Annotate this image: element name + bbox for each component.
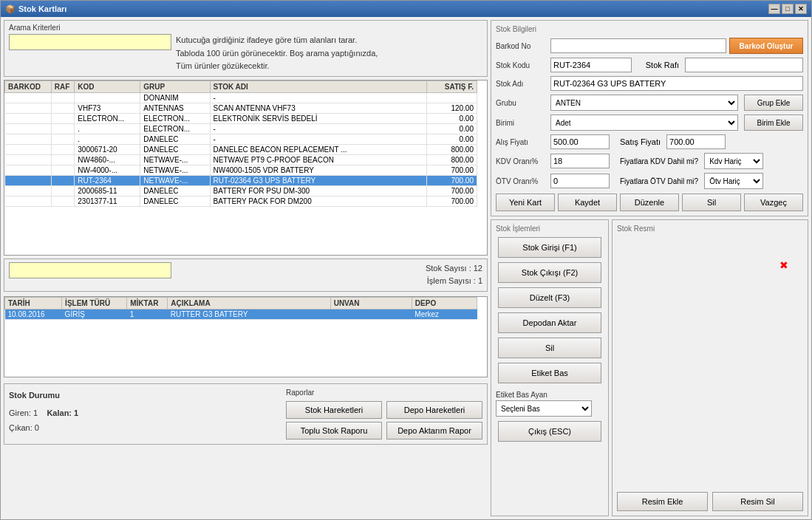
yeni-kart-button[interactable]: Yeni Kart	[496, 194, 555, 211]
grubu-label: Grubu	[496, 99, 547, 107]
kaydet-button[interactable]: Kaydet	[558, 194, 617, 211]
fiyatlara-otv-label: Fiyatlara ÖTV Dahil mi?	[620, 177, 698, 185]
table-row[interactable]: VHF73ANTENNASSCAN ANTENNA VHF73120.00	[5, 103, 477, 113]
resim-sil-button[interactable]: Resim Sil	[712, 492, 803, 511]
resim-ekle-button[interactable]: Resim Ekle	[617, 492, 708, 511]
stok-bilgileri-title: Stok Bilgileri	[496, 25, 803, 33]
col-satis: SATIŞ F.	[426, 81, 477, 92]
maximize-button[interactable]: □	[782, 4, 794, 14]
stok-sayisi-label: Stok Sayısı :	[426, 264, 471, 273]
cikan-label: Çıkan:	[9, 423, 33, 432]
sil-button[interactable]: Sil	[682, 194, 741, 211]
stok-adi-row: Stok Adı	[496, 76, 803, 91]
kalan-value: 1	[74, 408, 78, 417]
lower-col-miktar: MİKTAR	[127, 297, 168, 309]
fiyatlara-kdv-label: Fiyatlara KDV Dahil mi?	[620, 157, 698, 165]
main-window: 📦 Stok Kartları — □ ✕ Arama Kriterleri K…	[0, 0, 812, 520]
bottom-status-area: Stok Durumu Giren: 1 Kalan: 1 Çıkan: 0 R…	[4, 383, 488, 445]
table-row[interactable]: .ELECTRON...-0.00	[5, 123, 477, 134]
stok-islemleri-panel: Stok İşlemleri Stok Girişi (F1) Stok Çık…	[491, 219, 609, 516]
kdv-row: KDV Oranı% Fiyatlara KDV Dahil mi? Kdv H…	[496, 153, 803, 169]
stok-resmi-title: Stok Resmi	[617, 225, 803, 233]
kdv-dahil-select[interactable]: Kdv Hariç	[704, 153, 763, 169]
islem-sil-button[interactable]: Sil	[498, 338, 601, 358]
barkod-row: Barkod No Barkod Oluştur	[496, 38, 803, 54]
stok-resmi-panel: Stok Resmi ✖ Resim Ekle Resim Sil	[612, 219, 808, 516]
main-table-container: BARKOD RAF KOD GRUP STOK ADI SATIŞ F. DO…	[4, 80, 488, 256]
satis-fiyati-input[interactable]	[666, 134, 726, 149]
cikis-button[interactable]: Çıkış (ESC)	[498, 421, 601, 442]
title-bar: 📦 Stok Kartları — □ ✕	[1, 1, 811, 17]
barkod-no-input[interactable]	[550, 38, 726, 53]
stok-giris-button[interactable]: Stok Girişi (F1)	[498, 237, 601, 258]
birim-ekle-button[interactable]: Birim Ekle	[744, 114, 803, 131]
stok-rafi-input[interactable]	[685, 58, 803, 72]
main-table: BARKOD RAF KOD GRUP STOK ADI SATIŞ F. DO…	[4, 81, 477, 207]
alis-fiyati-input[interactable]	[550, 134, 610, 149]
window-icon: 📦	[5, 4, 16, 14]
lower-search-input[interactable]	[9, 262, 171, 278]
grup-ekle-button[interactable]: Grup Ekle	[744, 95, 803, 111]
stok-resmi-image-area: ✖	[617, 237, 803, 492]
table-row[interactable]: NW4860-...NETWAVE-...NETWAVE PT9 C-PROOF…	[5, 154, 477, 165]
search-panel-label: Arama Kriterleri	[9, 24, 482, 32]
stok-hareketleri-button[interactable]: Stok Hareketleri	[286, 401, 382, 419]
main-table-scroll[interactable]: BARKOD RAF KOD GRUP STOK ADI SATIŞ F. DO…	[4, 81, 487, 256]
lower-col-depo: DEPO	[412, 297, 477, 309]
otv-dahil-select[interactable]: Ötv Hariç	[704, 173, 763, 189]
report-row-1: Stok Hareketleri Depo Hareketleri	[286, 401, 482, 419]
cikan-value: 0	[35, 423, 39, 432]
vazgec-button[interactable]: Vazgeç	[744, 194, 803, 211]
birimi-label: Birimi	[496, 119, 547, 127]
toplu-stok-raporu-button[interactable]: Toplu Stok Raporu	[286, 422, 382, 439]
close-button[interactable]: ✕	[795, 4, 807, 14]
col-stok-adi: STOK ADI	[210, 81, 426, 92]
birimi-select[interactable]: Adet	[550, 114, 738, 131]
stok-bilgileri-panel: Stok Bilgileri Barkod No Barkod Oluştur …	[491, 20, 808, 216]
grubu-select[interactable]: ANTEN	[550, 95, 738, 111]
stok-durumu-box: Stok Durumu Giren: 1 Kalan: 1 Çıkan: 0	[9, 389, 78, 435]
table-row[interactable]: DONANIM-	[5, 92, 477, 103]
lower-table-scroll[interactable]: TARİH İŞLEM TÜRÜ MİKTAR AÇIKLAMA UNVAN D…	[4, 297, 487, 377]
stok-cikis-button[interactable]: Stok Çıkışı (F2)	[498, 262, 601, 283]
stok-kodu-input[interactable]	[550, 58, 632, 72]
stok-kodu-row: Stok Kodu Stok Rafı	[496, 58, 803, 72]
depo-hareketleri-button[interactable]: Depo Hareketleri	[386, 401, 482, 419]
duzenle-button[interactable]: Düzenle	[620, 194, 679, 211]
col-grup: GRUP	[140, 81, 210, 92]
lower-col-aciklama: AÇIKLAMA	[168, 297, 330, 309]
barkod-olustur-button[interactable]: Barkod Oluştur	[729, 38, 803, 54]
islem-sayisi-value: 1	[478, 276, 482, 285]
table-row[interactable]: 2000685-11DANELECBATTERY FOR PSU DM-3007…	[5, 185, 477, 196]
table-row[interactable]: .DANELEC-0.00	[5, 134, 477, 144]
reports-area: Raporlar Stok Hareketleri Depo Hareketle…	[286, 389, 482, 439]
birimi-row: Birimi Adet Birim Ekle	[496, 114, 803, 131]
otv-orani-input[interactable]	[550, 174, 610, 188]
lower-right-area: Stok İşlemleri Stok Girişi (F1) Stok Çık…	[491, 219, 808, 516]
etiket-select[interactable]: Seçleni Bas	[496, 400, 592, 417]
search-input[interactable]	[9, 34, 171, 50]
duzelt-button[interactable]: Düzelt (F3)	[498, 287, 601, 308]
table-row[interactable]: ELECTRON...ELECTRON...ELEKTRONİK SERVİS …	[5, 113, 477, 123]
minimize-button[interactable]: —	[768, 4, 780, 14]
grubu-row: Grubu ANTEN Grup Ekle	[496, 95, 803, 111]
etiket-bas-button[interactable]: Etiket Bas	[498, 363, 601, 383]
table-row[interactable]: 3000671-20DANELECDANELEC BEACON REPLACEM…	[5, 144, 477, 154]
resim-buttons-row: Resim Ekle Resim Sil	[617, 492, 803, 511]
alis-fiyati-label: Alış Fiyatı	[496, 138, 547, 146]
table-row[interactable]: NW-4000-...NETWAVE-...NW4000-1505 VDR BA…	[5, 165, 477, 175]
lower-col-islem: İŞLEM TÜRÜ	[62, 297, 127, 309]
depo-aktarim-rapor-button[interactable]: Depo Aktarım Rapor	[386, 422, 482, 439]
window-title: Stok Kartları	[18, 4, 767, 13]
kdv-orani-input[interactable]	[550, 154, 610, 168]
otv-row: ÖTV Oranı% Fiyatlara ÖTV Dahil mi? Ötv H…	[496, 173, 803, 189]
islem-sayisi-label: İşlem Sayısı :	[427, 276, 476, 285]
stok-adi-input[interactable]	[550, 76, 803, 91]
otv-orani-label: ÖTV Oranı%	[496, 177, 547, 185]
depodan-aktar-button[interactable]: Depodan Aktar	[498, 312, 601, 333]
kalan-label: Kalan:	[47, 408, 72, 417]
table-row[interactable]: 2301377-11DANELECBATTERY PACK FOR DM2007…	[5, 196, 477, 206]
kdv-orani-label: KDV Oranı%	[496, 157, 547, 165]
table-row[interactable]: RUT-2364NETWAVE-...RUT-02364 G3 UPS BATT…	[5, 175, 477, 185]
lower-table-row[interactable]: 10.08.2016GİRİŞ1RUTTER G3 BATTERYMerkez	[5, 309, 477, 319]
